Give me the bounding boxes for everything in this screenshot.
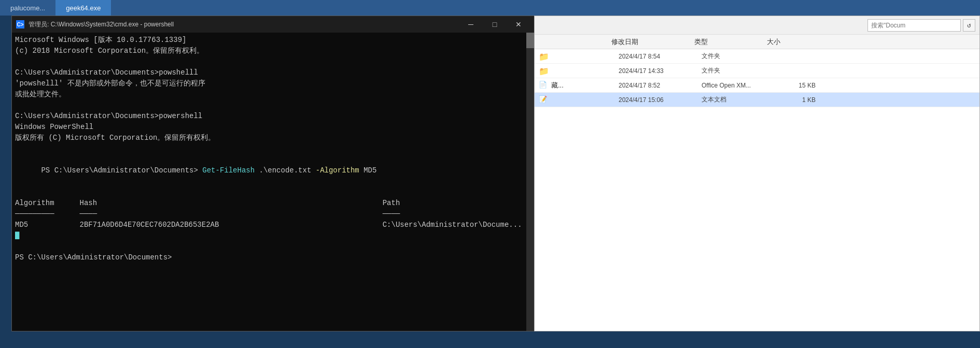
- cmd-line: Windows PowerShell: [15, 122, 531, 133]
- cmd-line: C:\Users\Administrator\Documents>powersh…: [15, 111, 531, 122]
- cmd-line: [15, 241, 531, 252]
- cmd-scrollbar[interactable]: [526, 33, 535, 331]
- item-size: 15 KB: [774, 82, 816, 89]
- taskbar-item-palucome[interactable]: palucome...: [0, 0, 55, 16]
- list-item[interactable]: 📁 2024/4/17 14:33 文件夹: [535, 64, 979, 78]
- item-type: 文本文档: [702, 95, 774, 104]
- cmd-app-icon: C>: [16, 20, 24, 28]
- cmd-content-area[interactable]: Microsoft Windows [版本 10.0.17763.1339] (…: [12, 33, 535, 331]
- cmd-line: [15, 143, 531, 154]
- col-size-header[interactable]: 大小: [767, 37, 808, 47]
- col-date-header[interactable]: 修改日期: [611, 37, 694, 47]
- cmd-param-value: MD5: [359, 166, 377, 175]
- minimize-button[interactable]: ─: [459, 16, 483, 33]
- item-type: 文件夹: [702, 66, 774, 75]
- explorer-column-header: 修改日期 类型 大小: [535, 35, 979, 49]
- col-path-sep: ────: [383, 209, 531, 220]
- folder-icon: 📁: [539, 66, 548, 76]
- col-algorithm-value: MD5: [15, 220, 80, 230]
- txt-file-icon: 📝: [539, 95, 548, 105]
- item-size: 1 KB: [774, 96, 816, 104]
- col-hash-sep: ────: [80, 209, 383, 220]
- cmd-arg: .\encode.txt: [255, 166, 316, 175]
- search-input[interactable]: [867, 19, 961, 32]
- cmd-keyword: Get-FileHash: [202, 166, 255, 175]
- taskbar-item-geek64[interactable]: geek64.exe: [55, 0, 111, 16]
- col-type-header[interactable]: 类型: [694, 37, 767, 47]
- cmd-line: (c) 2018 Microsoft Corporation。保留所有权利。: [15, 46, 531, 56]
- col-path-header: Path: [383, 198, 531, 209]
- table-data-row: MD5 2BF71A0D6D4E70CEC7602DA2B653E2AB C:\…: [15, 220, 531, 230]
- explorer-header: ↺: [535, 16, 979, 35]
- explorer-file-list: 📁 2024/4/17 8:54 文件夹 📁 2024/4/17 14:33 文…: [535, 49, 979, 331]
- taskbar-item-label: geek64.exe: [66, 4, 101, 12]
- table-header-row: Algorithm Hash Path: [15, 198, 531, 209]
- refresh-button[interactable]: ↺: [963, 19, 975, 32]
- cmd-title: 管理员: C:\Windows\System32\cmd.exe - power…: [29, 20, 459, 29]
- cmd-prompt: PS C:\Users\Administrator\Documents>: [41, 166, 202, 175]
- cmd-command-line: PS C:\Users\Administrator\Documents> Get…: [15, 154, 531, 187]
- col-algorithm-sep: ─────────: [15, 209, 80, 220]
- office-file-icon: 📄: [539, 81, 548, 90]
- cmd-line: 版权所有 (C) Microsoft Corporation。保留所有权利。: [15, 133, 531, 143]
- list-item[interactable]: 📁 2024/4/17 8:54 文件夹: [535, 49, 979, 64]
- item-date: 2024/4/17 15:06: [619, 96, 702, 104]
- cmd-line: Microsoft Windows [版本 10.0.17763.1339]: [15, 35, 531, 46]
- cmd-line: C:\Users\Administrator\Documents>powshel…: [15, 67, 531, 78]
- list-item[interactable]: 📝 2024/4/17 15:06 文本文档 1 KB: [535, 93, 979, 107]
- col-hash-value: 2BF71A0D6D4E70CEC7602DA2B653E2AB: [80, 220, 383, 230]
- maximize-button[interactable]: □: [483, 16, 507, 33]
- cmd-line: 'powshelll' 不是内部或外部命令，也不是可运行的程序: [15, 78, 531, 89]
- item-type: Office Open XM...: [702, 82, 774, 89]
- close-button[interactable]: ✕: [507, 16, 530, 33]
- explorer-search-area: ↺: [867, 19, 975, 32]
- cmd-scrollthumb[interactable]: [526, 33, 535, 48]
- item-date: 2024/4/17 8:52: [619, 82, 702, 89]
- table-sep-row: ───────── ──── ────: [15, 209, 531, 220]
- folder-icon: 📁: [539, 52, 548, 61]
- col-path-value: C:\Users\Administrator\Docume...: [383, 220, 531, 230]
- item-name: 藏...: [551, 81, 619, 90]
- item-date: 2024/4/17 14:33: [619, 67, 702, 75]
- cmd-line: [15, 56, 531, 67]
- cmd-prompt-line: PS C:\Users\Administrator\Documents>: [15, 252, 531, 263]
- item-type: 文件夹: [702, 52, 774, 61]
- cmd-window: C> 管理员: C:\Windows\System32\cmd.exe - po…: [11, 16, 535, 331]
- taskbar: palucome... geek64.exe: [0, 0, 980, 16]
- explorer-window: ↺ 修改日期 类型 大小 📁 2024/4/17 8:54 文件夹 📁 2024…: [534, 16, 980, 331]
- cmd-param: -Algorithm: [316, 166, 359, 175]
- cmd-line: [15, 187, 531, 198]
- cmd-window-controls: ─ □ ✕: [459, 16, 530, 33]
- taskbar-item-label: palucome...: [10, 4, 45, 12]
- item-date: 2024/4/17 8:54: [619, 53, 702, 60]
- cmd-line: [15, 100, 531, 111]
- cmd-titlebar: C> 管理员: C:\Windows\System32\cmd.exe - po…: [12, 16, 535, 33]
- col-hash-header: Hash: [80, 198, 383, 209]
- cmd-line: 或批处理文件。: [15, 89, 531, 100]
- list-item[interactable]: 📄 藏... 2024/4/17 8:52 Office Open XM... …: [535, 78, 979, 93]
- cmd-line: █: [15, 230, 531, 241]
- col-algorithm-header: Algorithm: [15, 198, 80, 209]
